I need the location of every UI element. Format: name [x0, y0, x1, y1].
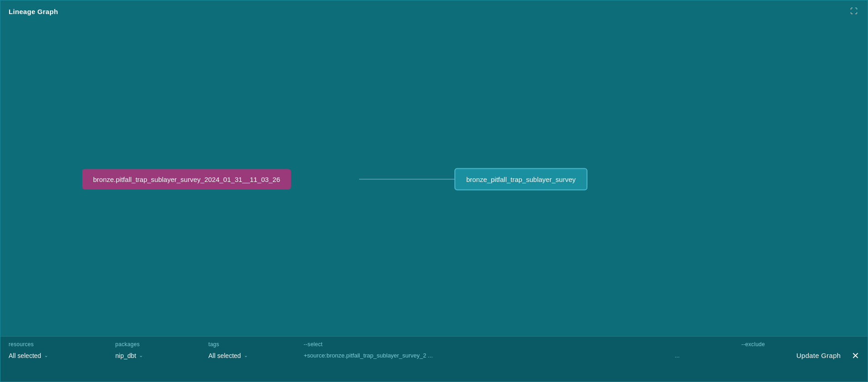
tags-value: All selected — [208, 352, 241, 359]
graph-canvas: bronze.pitfall_trap_sublayer_survey_2024… — [0, 22, 868, 336]
select-value: +source:bronze.pitfall_trap_sublayer_sur… — [304, 352, 675, 359]
packages-dropdown[interactable]: nip_dbt ⌄ — [115, 352, 208, 359]
source-node[interactable]: bronze.pitfall_trap_sublayer_survey_2024… — [82, 169, 291, 190]
graph-area: bronze.pitfall_trap_sublayer_survey_2024… — [0, 22, 868, 336]
resources-arrow-icon[interactable]: ⌄ — [44, 353, 48, 358]
tags-arrow-icon[interactable]: ⌄ — [244, 353, 248, 358]
packages-value: nip_dbt — [115, 352, 136, 359]
select-field[interactable]: +source:bronze.pitfall_trap_sublayer_sur… — [304, 352, 675, 359]
page-title: Lineage Graph — [9, 8, 58, 15]
tags-dropdown[interactable]: All selected ⌄ — [208, 352, 304, 359]
exclude-label: --exclude — [741, 341, 859, 348]
resources-label: resources — [9, 341, 115, 348]
exclude-field[interactable]: ... — [675, 352, 793, 359]
close-icon: ✕ — [852, 351, 859, 361]
footer: resources packages tags --select --exclu… — [0, 336, 868, 382]
packages-arrow-icon[interactable]: ⌄ — [139, 353, 143, 358]
exclude-value: ... — [675, 352, 793, 359]
footer-actions: Update Graph ✕ — [793, 350, 859, 361]
header: Lineage Graph ⛶ — [0, 0, 868, 22]
close-button[interactable]: ✕ — [852, 351, 859, 360]
tags-label: tags — [208, 341, 304, 348]
select-label: --select — [304, 341, 741, 348]
footer-values-row: All selected ⌄ nip_dbt ⌄ All selected ⌄ — [0, 350, 868, 366]
resources-dropdown[interactable]: All selected ⌄ — [9, 352, 115, 359]
update-graph-button[interactable]: Update Graph — [793, 350, 844, 361]
expand-icon[interactable]: ⛶ — [848, 6, 859, 17]
packages-label: packages — [115, 341, 208, 348]
target-node[interactable]: bronze_pitfall_trap_sublayer_survey — [454, 168, 587, 191]
lineage-graph-container: Lineage Graph ⛶ bronze.pitfall_trap_subl… — [0, 0, 868, 382]
footer-labels-row: resources packages tags --select --exclu… — [0, 337, 868, 350]
resources-value: All selected — [9, 352, 41, 359]
